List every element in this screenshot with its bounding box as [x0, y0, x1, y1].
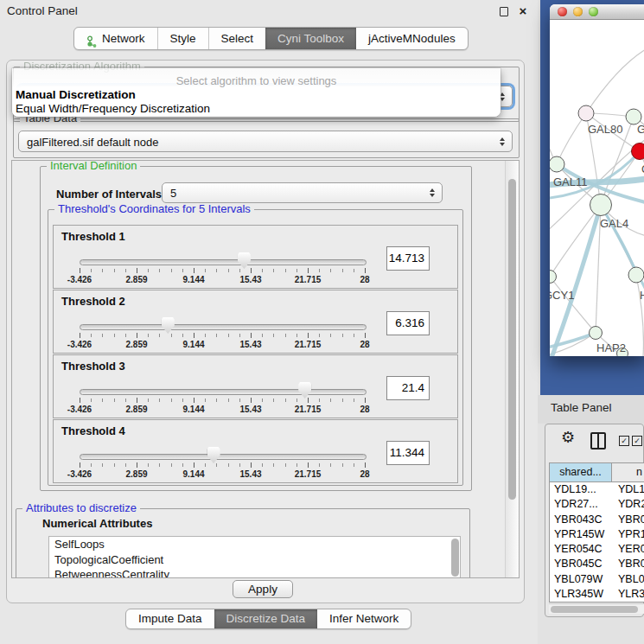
column-header-name[interactable]: n — [612, 463, 644, 481]
slider-handle[interactable] — [238, 252, 251, 269]
tick-mark — [354, 334, 354, 337]
tab-label: Infer Network — [329, 609, 399, 628]
table-header-row: shared... n — [550, 463, 644, 482]
zoom-window-icon[interactable] — [589, 7, 598, 16]
table-row[interactable]: YLR345WYLR3 — [550, 587, 644, 602]
threshold-value-field[interactable]: 6.316 — [386, 311, 430, 335]
table-row[interactable]: YIL052CYIL0 — [550, 602, 644, 603]
tick-mark — [114, 399, 115, 402]
table-data-combobox[interactable]: galFiltered.sif default node — [18, 131, 513, 152]
tab-discretize-data[interactable]: Discretize Data — [214, 609, 318, 628]
algorithm-option[interactable]: Equal Width/Frequency Discretization — [16, 102, 497, 116]
tick-mark — [159, 463, 160, 467]
slider-track[interactable] — [80, 389, 367, 395]
threshold-value-field[interactable]: 14.713 — [386, 246, 430, 271]
split-columns-icon[interactable] — [590, 432, 606, 450]
tick-label: 9.144 — [182, 469, 204, 479]
algorithm-option[interactable]: Manual Discretization — [16, 88, 497, 102]
table-cell: YPR145W — [550, 527, 612, 542]
tab-jactivemnodules[interactable]: jActiveMNodules — [356, 28, 468, 49]
scrollbar-thumb[interactable] — [508, 179, 516, 500]
close-icon[interactable]: × — [517, 5, 529, 17]
tick-mark — [114, 269, 115, 272]
checkbox-icon[interactable]: ✓ — [619, 436, 629, 446]
checkbox-icon[interactable]: ✓ — [632, 436, 642, 446]
table-cell: YBR045C — [550, 557, 612, 571]
tick-mark — [125, 463, 126, 467]
tick-mark — [354, 463, 354, 467]
scrollbar-thumb[interactable] — [551, 606, 638, 613]
table-cell: YDL19... — [550, 482, 612, 497]
table-row[interactable]: YBL079WYBL0 — [550, 572, 644, 587]
node-gal4 — [590, 194, 612, 216]
tick-mark — [308, 268, 309, 273]
tick-label: 21.715 — [295, 275, 322, 284]
tick-mark — [171, 269, 172, 272]
slider-tick-labels: -3.4262.8599.14415.4321.71528 — [80, 275, 365, 285]
table-row[interactable]: YBR043CYBR0 — [550, 513, 644, 527]
tick-mark — [159, 399, 160, 402]
tick-mark — [216, 463, 217, 467]
table-row[interactable]: YDL19...YDL1 — [550, 482, 644, 497]
tick-label: 28 — [360, 469, 369, 479]
tick-mark — [330, 399, 331, 402]
table-row[interactable]: YDR27...YDR2 — [550, 497, 644, 512]
node-label: GAL11 — [553, 175, 588, 188]
tick-mark — [137, 398, 137, 403]
tick-mark — [194, 462, 194, 468]
settings-scrollbar[interactable] — [505, 161, 519, 577]
threshold-value-field[interactable]: 21.4 — [386, 376, 430, 400]
num-intervals-combobox[interactable]: 5 — [162, 182, 443, 203]
group-title: Threshold's Coordinates for 5 Intervals — [54, 203, 254, 215]
tick-label: 9.144 — [182, 405, 204, 414]
list-item[interactable]: SelfLoops — [49, 537, 460, 552]
node-label: GCY1 — [550, 289, 574, 302]
table-cell: YIL0 — [612, 602, 644, 603]
gear-icon[interactable]: ⚙ — [561, 430, 575, 445]
tick-mark — [262, 334, 263, 337]
minimize-window-icon[interactable] — [573, 7, 583, 16]
node-label: GAL4 — [600, 217, 628, 230]
tab-label: Cyni Toolbox — [277, 28, 344, 49]
tab-cyni-toolbox[interactable]: Cyni Toolbox — [265, 28, 356, 49]
column-header-shared[interactable]: shared... — [550, 463, 612, 481]
tab-label: jActiveMNodules — [368, 28, 456, 49]
combo-spinner-icon — [430, 188, 435, 197]
close-window-icon[interactable] — [558, 7, 567, 16]
threshold-value-field[interactable]: 11.344 — [386, 441, 430, 465]
threshold-panel: Threshold 1 -3.4262.8599.14415.4321.7152… — [53, 225, 458, 289]
numerical-attributes-list[interactable]: SelfLoopsTopologicalCoefficientBetweenne… — [48, 536, 461, 578]
tick-label: 21.715 — [295, 469, 322, 479]
table-row[interactable]: YPR145WYPR1 — [550, 527, 644, 542]
table-hscrollbar[interactable] — [549, 603, 644, 614]
tab-impute-data[interactable]: Impute Data — [126, 609, 214, 628]
slider-handle[interactable] — [207, 447, 220, 463]
tab-select[interactable]: Select — [208, 28, 266, 49]
tick-label: -3.426 — [67, 405, 92, 414]
tick-mark — [330, 269, 331, 272]
tab-style[interactable]: Style — [157, 28, 208, 49]
table-cell: YDR27... — [550, 497, 612, 512]
slider-handle[interactable] — [298, 382, 311, 399]
slider-track[interactable] — [80, 454, 367, 460]
tick-mark — [365, 268, 366, 273]
slider-track[interactable] — [80, 259, 367, 265]
list-scrollbar[interactable] — [451, 539, 459, 577]
table-cell: YDL1 — [612, 482, 644, 497]
network-canvas[interactable]: GAL80 GA C GAL11 GAL4 GCY1 H HAP2 — [550, 20, 644, 356]
network-window[interactable]: GAL80 GA C GAL11 GAL4 GCY1 H HAP2 — [550, 4, 644, 356]
slider-handle[interactable] — [162, 317, 175, 334]
list-item[interactable]: TopologicalCoefficient — [49, 552, 460, 568]
desktop-background: GAL80 GA C GAL11 GAL4 GCY1 H HAP2 — [540, 0, 644, 395]
apply-button[interactable]: Apply — [233, 580, 293, 598]
table-row[interactable]: YER054CYER0 — [550, 542, 644, 557]
tick-mark — [228, 269, 229, 272]
tab-network[interactable]: Network — [74, 28, 157, 49]
tab-label: Discretize Data — [226, 609, 306, 628]
float-icon[interactable] — [498, 5, 510, 17]
tab-infer-network[interactable]: Infer Network — [317, 609, 411, 628]
slider-track[interactable] — [80, 324, 367, 330]
list-item[interactable]: BetweennessCentrality — [49, 567, 460, 578]
table-row[interactable]: YBR045CYBR0 — [550, 557, 644, 571]
tick-mark — [239, 399, 240, 402]
